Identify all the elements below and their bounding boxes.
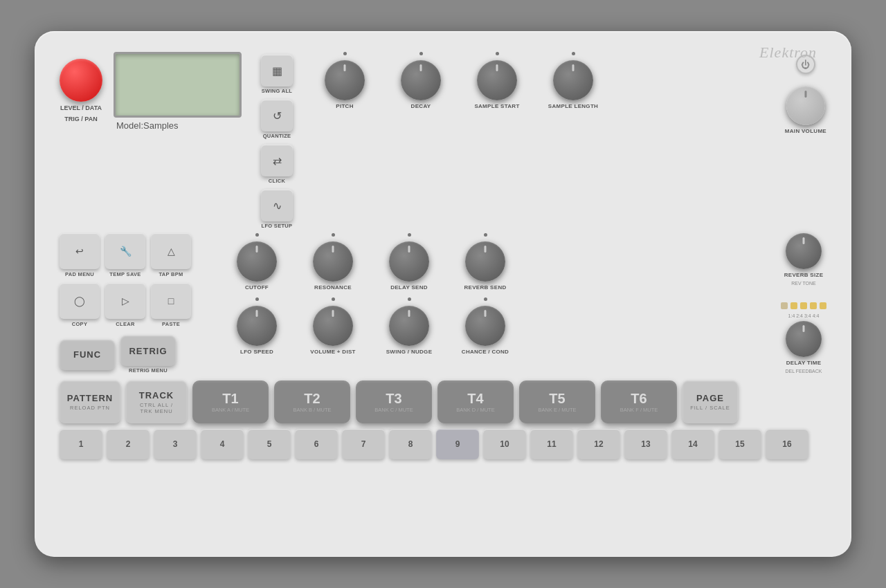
- swing-all-icon: ▦: [272, 64, 282, 77]
- knob-row-3: LFO SPEED VOLUME + DIST SWING / NUDGE: [219, 297, 768, 355]
- brand-logo: Elektron: [759, 44, 817, 62]
- swing-nudge-led: [408, 297, 411, 301]
- copy-label: COPY: [72, 321, 87, 327]
- click-button[interactable]: ⇄: [261, 145, 293, 176]
- volume-dist-label: VOLUME + DIST: [310, 349, 355, 355]
- pitch-knob[interactable]: [325, 60, 365, 100]
- lfo-speed-label: LFO SPEED: [240, 349, 273, 355]
- trig-pan-label: TRIG / PAN: [64, 116, 97, 124]
- step-14-button[interactable]: 14: [671, 429, 714, 459]
- pitch-knob-wrap: PITCH: [307, 52, 383, 109]
- func-retrig-row: FUNC RETRIG RETRIG MENU: [60, 336, 212, 374]
- right-top-col: ⏻ MAIN VOLUME: [785, 55, 826, 134]
- lfo-setup-button[interactable]: ∿: [261, 190, 293, 221]
- step-7-button[interactable]: 7: [342, 429, 385, 459]
- pad-menu-label: PAD MENU: [65, 271, 94, 277]
- clear-button[interactable]: ▷: [105, 283, 145, 319]
- click-icon: ⇄: [273, 154, 282, 167]
- chance-cond-led: [484, 297, 487, 301]
- knob-row-1: PITCH DECAY SAMPLE START: [307, 52, 779, 109]
- delay-send-knob-wrap: DELAY SEND: [371, 233, 447, 291]
- step-15-button[interactable]: 15: [718, 429, 761, 459]
- main-volume-label: MAIN VOLUME: [785, 128, 826, 134]
- t3-button[interactable]: T3BANK C / MUTE: [356, 380, 432, 423]
- main-content: LEVEL / DATA TRIG / PAN Model:Samples ▦ …: [60, 52, 826, 540]
- delay-led-3: [800, 302, 807, 309]
- delay-led-2: [790, 302, 797, 309]
- cutoff-label: CUTOFF: [245, 284, 269, 291]
- step-9-button[interactable]: 9: [436, 429, 479, 459]
- sample-length-knob-wrap: SAMPLE LENGTH: [535, 52, 611, 109]
- small-btns-row2: ◯ COPY ▷ CLEAR □ PASTE: [60, 283, 212, 327]
- decay-knob-wrap: DECAY: [383, 52, 459, 109]
- lfo-speed-knob-wrap: LFO SPEED: [219, 297, 295, 355]
- cutoff-knob[interactable]: [237, 241, 277, 282]
- step-1-button[interactable]: 1: [60, 429, 102, 459]
- volume-dist-knob[interactable]: [313, 306, 353, 346]
- resonance-led: [332, 233, 335, 237]
- step-8-button[interactable]: 8: [389, 429, 432, 459]
- reverb-send-knob[interactable]: [465, 241, 505, 282]
- step-3-button[interactable]: 3: [154, 429, 197, 459]
- pad-menu-icon: ↩: [75, 246, 84, 257]
- t-buttons-row: T1BANK A / MUTET2BANK B / MUTET3BANK C /…: [192, 380, 677, 423]
- lfo-speed-knob[interactable]: [237, 306, 277, 346]
- pad-menu-button[interactable]: ↩: [60, 233, 100, 269]
- lfo-setup-label: LFO SETUP: [262, 223, 293, 229]
- temp-save-button[interactable]: 🔧: [105, 233, 145, 269]
- step-6-button[interactable]: 6: [295, 429, 338, 459]
- knobs-panel: PITCH DECAY SAMPLE START: [307, 52, 779, 109]
- sample-start-knob[interactable]: [477, 60, 517, 100]
- click-label: CLICK: [269, 178, 285, 184]
- resonance-knob[interactable]: [313, 241, 353, 282]
- t4-button[interactable]: T4BANK D / MUTE: [437, 380, 514, 423]
- step-13-button[interactable]: 13: [624, 429, 667, 459]
- sample-start-knob-wrap: SAMPLE START: [459, 52, 535, 109]
- t6-button[interactable]: T6BANK F / MUTE: [601, 380, 677, 423]
- track-button[interactable]: TRACK CTRL ALL / TRK MENU: [126, 380, 187, 423]
- paste-button[interactable]: □: [151, 283, 191, 319]
- display-wrap: Model:Samples: [114, 52, 242, 131]
- step-16-button[interactable]: 16: [766, 429, 808, 459]
- pattern-button[interactable]: PATTERN RELOAD PTN: [60, 380, 120, 423]
- reverb-send-label: REVERB SEND: [464, 284, 506, 291]
- retrig-button[interactable]: RETRIG: [120, 336, 176, 366]
- reverb-size-knob[interactable]: [786, 233, 822, 269]
- sample-length-knob[interactable]: [553, 60, 593, 100]
- step-10-button[interactable]: 10: [483, 429, 526, 459]
- copy-button[interactable]: ◯: [60, 283, 100, 319]
- swing-nudge-knob[interactable]: [389, 306, 429, 346]
- step-12-button[interactable]: 12: [577, 429, 620, 459]
- chance-cond-label: CHANCE / COND: [462, 349, 509, 355]
- clear-icon: ▷: [122, 295, 129, 306]
- delay-time-knob[interactable]: [786, 321, 822, 357]
- t5-button[interactable]: T5BANK E / MUTE: [519, 380, 595, 423]
- t1-button[interactable]: T1BANK A / MUTE: [192, 380, 269, 423]
- chance-cond-knob[interactable]: [465, 306, 505, 346]
- rev-tone-label: REV TONE: [791, 281, 816, 286]
- paste-icon: □: [168, 295, 174, 306]
- swing-nudge-knob-wrap: SWING / NUDGE: [371, 297, 447, 355]
- row2: ↩ PAD MENU 🔧 TEMP SAVE △ T: [60, 233, 826, 374]
- step-11-button[interactable]: 11: [530, 429, 573, 459]
- page-button[interactable]: PAGE FILL / SCALE: [682, 380, 738, 423]
- resonance-label: RESONANCE: [314, 284, 352, 291]
- decay-knob[interactable]: [401, 60, 441, 100]
- right-knobs-col: REVERB SIZE REV TONE 1:4 2:4 3:4 4:4 DEL…: [781, 233, 826, 374]
- func-button[interactable]: FUNC: [60, 340, 115, 370]
- step-5-button[interactable]: 5: [248, 429, 291, 459]
- step-2-button[interactable]: 2: [107, 429, 150, 459]
- level-data-button[interactable]: [60, 59, 102, 102]
- level-data-wrap: LEVEL / DATA TRIG / PAN: [60, 59, 102, 123]
- cutoff-knob-wrap: CUTOFF: [219, 233, 295, 291]
- delay-send-knob[interactable]: [389, 241, 429, 282]
- quantize-button[interactable]: ↺: [261, 100, 293, 131]
- small-btns-col: ↩ PAD MENU 🔧 TEMP SAVE △ T: [60, 233, 212, 374]
- tap-bpm-button[interactable]: △: [151, 233, 191, 269]
- pitch-label: PITCH: [336, 103, 354, 109]
- t2-button[interactable]: T2BANK B / MUTE: [274, 380, 350, 423]
- step-4-button[interactable]: 4: [201, 429, 244, 459]
- swing-all-button[interactable]: ▦: [261, 55, 293, 86]
- main-volume-knob[interactable]: [786, 86, 825, 125]
- sample-start-label: SAMPLE START: [474, 103, 519, 109]
